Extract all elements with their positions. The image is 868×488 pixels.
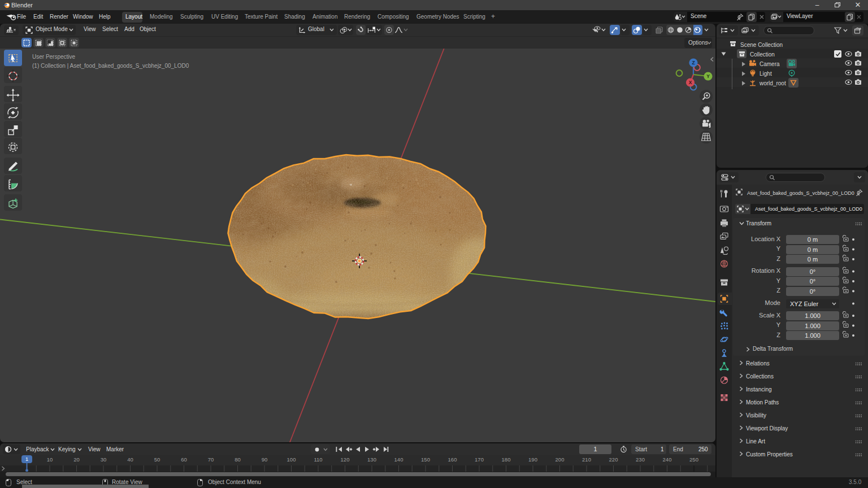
svg-text:60: 60: [181, 456, 187, 463]
svg-text:30: 30: [101, 456, 107, 463]
svg-text:120: 120: [341, 456, 350, 463]
svg-text:50: 50: [154, 456, 160, 463]
svg-text:240: 240: [663, 456, 672, 463]
svg-text:210: 210: [582, 456, 591, 463]
svg-text:20: 20: [73, 456, 80, 463]
svg-text:160: 160: [448, 456, 457, 463]
svg-text:150: 150: [421, 456, 430, 463]
svg-text:100: 100: [287, 456, 296, 463]
svg-text:X: X: [689, 80, 692, 85]
svg-text:70: 70: [208, 456, 214, 463]
svg-text:90: 90: [262, 456, 268, 463]
svg-text:110: 110: [314, 456, 322, 463]
svg-text:220: 220: [609, 456, 618, 463]
svg-text:190: 190: [528, 456, 537, 463]
svg-text:130: 130: [367, 456, 376, 463]
svg-text:250: 250: [689, 456, 698, 463]
svg-text:180: 180: [502, 456, 511, 463]
svg-text:10: 10: [47, 456, 53, 463]
svg-text:40: 40: [127, 456, 133, 463]
svg-text:80: 80: [235, 456, 241, 463]
svg-text:170: 170: [475, 456, 484, 463]
svg-text:230: 230: [636, 456, 645, 463]
svg-text:140: 140: [394, 456, 403, 463]
svg-text:200: 200: [555, 456, 565, 463]
svg-text:Z: Z: [692, 60, 695, 66]
svg-text:Y: Y: [706, 73, 710, 79]
svg-text:1: 1: [25, 456, 28, 462]
